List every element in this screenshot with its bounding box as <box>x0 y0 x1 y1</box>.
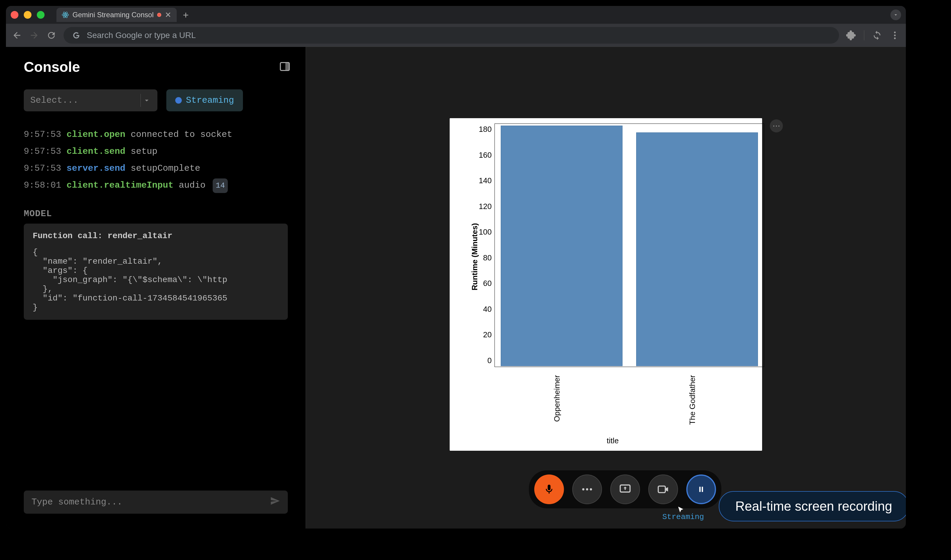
minimize-window-button[interactable] <box>24 11 31 19</box>
input-placeholder: Type something... <box>31 497 122 507</box>
log-line: 9:57:53 server.send setupComplete <box>24 160 288 177</box>
status-label: Streaming <box>186 95 234 105</box>
chart-menu-button[interactable]: ⋯ <box>770 119 783 132</box>
url-input[interactable]: Search Google or type a URL <box>63 27 839 44</box>
svg-point-3 <box>65 14 66 15</box>
screen-share-button[interactable] <box>610 474 640 504</box>
url-placeholder: Search Google or type a URL <box>87 31 196 40</box>
address-bar: Search Google or type a URL <box>6 24 906 47</box>
svg-point-4 <box>894 31 896 33</box>
chart-bar <box>501 126 623 366</box>
function-call-body: { "name": "render_altair", "args": { "js… <box>33 248 279 312</box>
log-line: 9:57:53 client.open connected to socket <box>24 126 288 143</box>
log-line: 9:57:53 client.send setup <box>24 143 288 160</box>
recording-indicator-icon <box>157 13 161 17</box>
microphone-button[interactable] <box>534 474 564 504</box>
bar-chart: Runtime (Minutes) 1801601401201008060402… <box>450 118 762 451</box>
main-pane: ⋯ Runtime (Minutes) 18016014012010080604… <box>306 47 906 529</box>
tab-strip: Gemini Streaming Consol ✕ + <box>6 6 906 24</box>
toolbar-separator <box>864 30 864 40</box>
log-line: 9:58:01 client.realtimeInput audio 14 <box>24 177 288 194</box>
chart-bar <box>636 132 758 366</box>
chart-plot-area <box>494 123 764 367</box>
tab-close-button[interactable]: ✕ <box>165 11 171 19</box>
chart-y-axis: 180160140120100806040200 <box>479 125 494 365</box>
model-select[interactable]: Select... <box>24 89 157 111</box>
browser-menu-button[interactable] <box>890 30 900 40</box>
svg-rect-13 <box>658 486 665 492</box>
chart-y-label: Runtime (Minutes) <box>471 123 479 372</box>
svg-point-10 <box>586 488 588 490</box>
app-content: Console Select... Streaming 9:57:53 clie… <box>6 47 906 529</box>
window-traffic-lights <box>11 11 45 19</box>
console-title: Console <box>24 59 80 75</box>
select-placeholder: Select... <box>30 95 78 105</box>
chevron-down-icon <box>143 96 151 105</box>
tab-title: Gemini Streaming Consol <box>72 11 154 19</box>
chart-x-label: title <box>471 436 755 445</box>
function-call-block: Function call: render_altair { "name": "… <box>24 223 288 320</box>
svg-point-6 <box>894 37 896 39</box>
nav-back-button[interactable] <box>12 30 22 40</box>
close-window-button[interactable] <box>11 11 18 19</box>
svg-rect-15 <box>702 487 703 492</box>
browser-window: Gemini Streaming Consol ✕ + Search Googl… <box>6 6 906 529</box>
camera-button[interactable] <box>648 474 678 504</box>
recording-banner: Real-time screen recording <box>719 491 906 522</box>
message-input[interactable]: Type something... <box>24 491 288 514</box>
new-tab-button[interactable]: + <box>178 9 193 21</box>
log-panel: 9:57:53 client.open connected to socket9… <box>6 120 306 200</box>
streaming-label: Streaming <box>662 512 704 522</box>
svg-point-9 <box>582 488 584 490</box>
console-sidebar: Console Select... Streaming 9:57:53 clie… <box>6 47 306 529</box>
google-g-icon <box>72 31 81 40</box>
maximize-window-button[interactable] <box>37 11 45 19</box>
react-icon <box>62 11 69 18</box>
svg-rect-14 <box>699 487 701 492</box>
function-call-header: Function call: render_altair <box>33 231 279 240</box>
pause-stream-button[interactable] <box>686 474 716 504</box>
streaming-status[interactable]: Streaming <box>166 89 243 111</box>
svg-point-5 <box>894 34 896 36</box>
sync-button[interactable] <box>872 30 882 40</box>
model-section-label: MODEL <box>6 200 306 221</box>
media-controls <box>529 470 722 508</box>
chart-x-ticks: OppenheimerThe Godfather <box>494 375 755 434</box>
nav-reload-button[interactable] <box>46 30 57 40</box>
nav-forward-button[interactable] <box>29 30 39 40</box>
extensions-button[interactable] <box>846 30 856 40</box>
more-options-button[interactable] <box>572 474 602 504</box>
svg-point-11 <box>590 488 592 490</box>
collapse-sidebar-button[interactable] <box>279 61 291 74</box>
send-icon[interactable] <box>270 496 280 509</box>
svg-rect-8 <box>285 62 289 70</box>
status-dot-icon <box>175 97 182 104</box>
browser-tab[interactable]: Gemini Streaming Consol ✕ <box>57 8 177 22</box>
tab-list-dropdown[interactable] <box>890 9 901 20</box>
